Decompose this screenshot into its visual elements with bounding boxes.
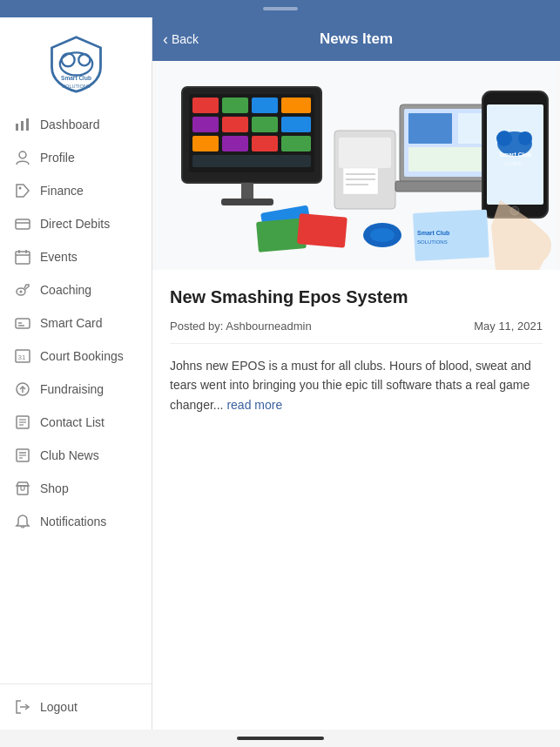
- svg-rect-75: [297, 213, 347, 248]
- svg-text:SOLUTIONS: SOLUTIONS: [417, 239, 448, 245]
- sidebar-item-club-news[interactable]: Club News: [0, 439, 152, 472]
- svg-point-8: [19, 151, 26, 158]
- svg-rect-40: [252, 98, 278, 113]
- sidebar-item-events-label: Events: [40, 250, 78, 264]
- home-indicator: [237, 737, 324, 740]
- sidebar-item-notifications[interactable]: Notifications: [0, 505, 152, 538]
- tag-icon: [14, 182, 31, 199]
- news-excerpt-text: Johns new EPOS is a must for all clubs. …: [170, 359, 531, 412]
- svg-rect-54: [339, 138, 391, 168]
- author-name: Ashbourneadmin: [226, 320, 311, 333]
- sidebar-footer: Logout: [0, 683, 152, 730]
- svg-text:Smart Club: Smart Club: [61, 75, 91, 81]
- svg-point-17: [20, 291, 23, 293]
- read-more-link[interactable]: read more: [226, 398, 282, 412]
- sidebar-item-court-bookings-label: Court Bookings: [40, 349, 124, 363]
- svg-point-68: [496, 131, 512, 146]
- svg-rect-55: [343, 168, 378, 194]
- svg-point-1: [61, 53, 74, 66]
- svg-rect-5: [16, 124, 18, 131]
- svg-point-2: [78, 54, 90, 65]
- page-title: News Item: [320, 30, 393, 48]
- bell-icon: [14, 513, 31, 530]
- sidebar-item-notifications-label: Notifications: [40, 515, 106, 528]
- bottom-bar: [0, 730, 560, 747]
- svg-rect-48: [252, 136, 278, 151]
- svg-rect-47: [222, 136, 248, 151]
- logout-button[interactable]: Logout: [14, 698, 138, 716]
- main-content: ‹ Back News Item: [152, 17, 560, 730]
- credit-card-icon: [14, 215, 31, 232]
- sidebar-item-direct-debits-label: Direct Debits: [40, 217, 110, 231]
- card-icon: [14, 314, 31, 332]
- logout-icon: [14, 698, 31, 716]
- sidebar-item-shop[interactable]: Shop: [0, 472, 152, 505]
- back-button[interactable]: ‹ Back: [163, 31, 199, 47]
- news-body: New Smashing Epos System Posted by: Ashb…: [152, 270, 560, 441]
- svg-rect-52: [221, 199, 273, 205]
- app-container: Smart Club SOLUTIONS Dashboard Profile: [0, 17, 560, 730]
- news-date: May 11, 2021: [474, 320, 543, 333]
- svg-text:Smart Club: Smart Club: [499, 151, 531, 158]
- svg-text:31: 31: [18, 353, 26, 361]
- logout-label: Logout: [40, 700, 78, 714]
- news-author: Posted by: Ashbourneadmin: [170, 320, 312, 333]
- sidebar-item-dashboard[interactable]: Dashboard: [0, 108, 152, 141]
- sidebar-item-smart-card[interactable]: Smart Card: [0, 306, 152, 340]
- sidebar-item-coaching[interactable]: Coaching: [0, 273, 152, 306]
- svg-rect-12: [16, 252, 30, 264]
- svg-rect-44: [252, 117, 278, 132]
- sidebar-item-court-bookings[interactable]: 31 Court Bookings: [0, 340, 152, 373]
- svg-point-9: [19, 187, 22, 190]
- svg-rect-38: [192, 98, 219, 113]
- sidebar-item-events[interactable]: Events: [0, 240, 152, 273]
- sidebar-item-shop-label: Shop: [40, 481, 69, 495]
- sidebar-item-coaching-label: Coaching: [40, 283, 91, 297]
- sidebar-item-profile-label: Profile: [40, 151, 75, 165]
- nav-header: ‹ Back News Item: [152, 17, 560, 61]
- svg-rect-6: [21, 121, 24, 131]
- logo-image: Smart Club SOLUTIONS: [44, 33, 109, 94]
- sidebar-item-dashboard-label: Dashboard: [40, 118, 100, 131]
- svg-text:SOLUTIONS: SOLUTIONS: [62, 84, 91, 89]
- contacts-icon: [14, 414, 31, 431]
- shop-icon: [14, 480, 31, 497]
- svg-point-69: [518, 131, 532, 145]
- court-icon: 31: [14, 347, 31, 365]
- svg-rect-10: [16, 219, 30, 229]
- news-title: New Smashing Epos System: [170, 287, 543, 307]
- status-bar-indicator: [263, 7, 298, 10]
- svg-point-77: [370, 228, 395, 242]
- svg-rect-43: [222, 117, 248, 132]
- sidebar-item-finance[interactable]: Finance: [0, 174, 152, 207]
- fundraising-icon: [14, 380, 31, 398]
- svg-rect-7: [26, 118, 29, 131]
- news-image: Smart Club CLOUD Smart Club SOLUTIONS: [152, 61, 560, 270]
- sidebar-item-fundraising-label: Fundraising: [40, 382, 104, 396]
- svg-rect-39: [222, 98, 248, 113]
- whistle-icon: [14, 281, 31, 299]
- svg-rect-42: [192, 117, 219, 132]
- svg-rect-49: [281, 136, 311, 151]
- back-chevron-icon: ‹: [163, 31, 168, 47]
- svg-rect-41: [281, 98, 311, 113]
- back-button-label: Back: [172, 32, 199, 46]
- sidebar-item-fundraising[interactable]: Fundraising: [0, 373, 152, 406]
- svg-rect-50: [192, 155, 311, 167]
- sidebar-item-contact-list[interactable]: Contact List: [0, 406, 152, 439]
- sidebar-item-direct-debits[interactable]: Direct Debits: [0, 207, 152, 240]
- sidebar-nav: Dashboard Profile Finance: [0, 104, 152, 683]
- sidebar-item-finance-label: Finance: [40, 184, 84, 198]
- svg-text:CLOUD: CLOUD: [504, 161, 523, 166]
- sidebar-item-contact-list-label: Contact List: [40, 415, 105, 429]
- svg-rect-51: [241, 183, 253, 200]
- status-bar: [0, 0, 560, 17]
- svg-rect-18: [16, 319, 30, 328]
- sidebar: Smart Club SOLUTIONS Dashboard Profile: [0, 17, 152, 730]
- epos-image-svg: Smart Club CLOUD Smart Club SOLUTIONS: [152, 61, 560, 270]
- svg-rect-45: [281, 117, 311, 132]
- svg-rect-61: [408, 113, 452, 144]
- sidebar-item-club-news-label: Club News: [40, 448, 99, 462]
- sidebar-item-profile[interactable]: Profile: [0, 141, 152, 174]
- svg-rect-46: [192, 136, 219, 151]
